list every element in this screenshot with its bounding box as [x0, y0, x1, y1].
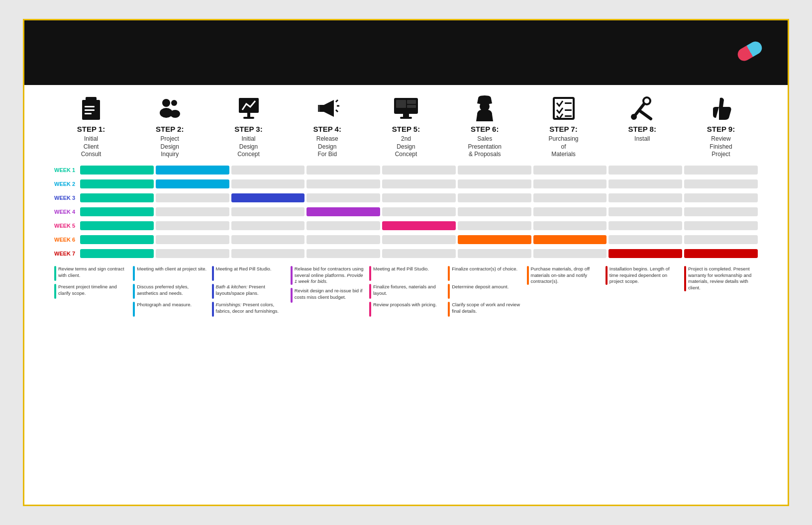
notes-section: Review terms and sign contract with clie…: [54, 266, 758, 320]
note-text: Bath & kitchen: Present layouts/space pl…: [216, 284, 286, 299]
step-desc-2: ProjectDesignInquiry: [161, 135, 179, 159]
note-bar-icon: [448, 302, 450, 317]
note-bar-icon: [291, 266, 293, 285]
note-block-2-2: Discuss preferred styles, aesthetics and…: [133, 284, 206, 299]
note-col-9: Project is completed. Present warranty f…: [684, 266, 758, 320]
gantt-cell-w6-s9: [684, 235, 758, 244]
gantt-cell-w5-s1: [80, 221, 154, 230]
note-block-1-2: Present project timeline and clarify sco…: [54, 284, 128, 299]
gantt-cell-w1-s5: [382, 166, 456, 175]
note-text: Finalize fixtures, naterials and layout.: [373, 284, 443, 299]
step-label-8: STEP 8:: [628, 125, 656, 133]
gantt-cell-w4-s8: [609, 207, 682, 216]
slide: STEP 1:InitialClientConsultSTEP 2:Projec…: [23, 19, 789, 506]
note-bar-icon: [54, 284, 56, 299]
note-bar-icon: [448, 266, 450, 281]
gantt-cell-w4-s6: [458, 207, 531, 216]
step-col-6: STEP 6:SalesPresentation& Proposals: [448, 95, 521, 159]
week-label-3: WEEK 3: [54, 195, 80, 201]
steps-row: STEP 1:InitialClientConsultSTEP 2:Projec…: [54, 95, 758, 159]
note-text: Meeting with client at project site.: [137, 266, 206, 281]
svg-point-33: [631, 114, 637, 120]
gantt-cell-w4-s3: [231, 207, 305, 216]
gantt-cell-w1-s4: [306, 166, 380, 175]
gantt-cell-w5-s5: [382, 221, 456, 230]
step-label-2: STEP 2:: [156, 125, 184, 133]
gantt-cell-w5-s7: [533, 221, 607, 230]
note-block-2-1: Meeting with client at project site.: [133, 266, 206, 281]
svg-point-31: [644, 98, 649, 103]
gantt-cell-w5-s9: [684, 221, 758, 230]
note-bar-icon: [212, 284, 214, 299]
gantt-cell-w6-s7: [533, 235, 607, 244]
note-bar-icon: [133, 266, 135, 281]
svg-marker-12: [318, 100, 334, 117]
gantt-cell-w3-s3: [231, 193, 305, 202]
step-icon-5: [393, 95, 419, 122]
note-text: Determine deposit amount.: [452, 284, 521, 299]
note-block-5-2: Finalize fixtures, naterials and layout.: [369, 284, 443, 299]
note-block-6-3: Clarify scope of work and review final d…: [448, 302, 521, 317]
week-label-7: WEEK 7: [54, 251, 80, 257]
gantt-cell-w5-s6: [458, 221, 531, 230]
note-bar-icon: [133, 284, 135, 299]
svg-rect-11: [243, 117, 254, 119]
svg-rect-2: [85, 106, 95, 107]
step-label-7: STEP 7:: [549, 125, 577, 133]
note-text: Meeting at Red Pill Studio.: [373, 266, 443, 281]
gantt-cells-week-4: [80, 207, 758, 216]
gantt-cell-w3-s1: [80, 193, 154, 202]
note-block-3-3: Furnishings: Present colors, fabrics, de…: [212, 302, 286, 317]
svg-rect-3: [85, 109, 95, 111]
gantt-cells-week-1: [80, 166, 758, 175]
note-bar-icon: [448, 284, 450, 299]
gantt-cell-w2-s8: [609, 179, 682, 188]
step-col-7: STEP 7:PurchasingofMaterials: [527, 95, 601, 159]
gantt-cell-w7-s4: [306, 249, 380, 258]
note-block-2-3: Photograph and measure.: [133, 302, 206, 317]
gantt-row-week-1: WEEK 1: [54, 164, 758, 176]
week-label-4: WEEK 4: [54, 209, 80, 215]
step-col-9: STEP 9:ReviewFinishedProject: [684, 95, 758, 159]
step-label-1: STEP 1:: [77, 125, 105, 133]
note-bar-icon: [369, 302, 371, 317]
gantt-cells-week-3: [80, 193, 758, 202]
step-desc-6: SalesPresentation& Proposals: [468, 135, 502, 159]
step-label-4: STEP 4:: [313, 125, 341, 133]
gantt-cell-w2-s2: [156, 179, 229, 188]
note-text: Purchase materials, drop off materials o…: [531, 266, 601, 285]
svg-line-16: [336, 110, 338, 112]
gantt-cell-w4-s9: [684, 207, 758, 216]
gantt-cell-w1-s1: [80, 166, 154, 175]
gantt-cell-w1-s2: [156, 166, 229, 175]
gantt-cell-w3-s6: [458, 193, 531, 202]
note-block-6-1: Finalize contractor(s) of choice.: [448, 266, 521, 281]
gantt-cell-w6-s4: [306, 235, 380, 244]
step-desc-5: 2ndDesignConcept: [395, 135, 417, 159]
note-block-5-3: Review proposals with pricing.: [369, 302, 443, 317]
svg-rect-1: [86, 97, 97, 102]
gantt-cell-w2-s4: [306, 179, 380, 188]
step-icon-4: [315, 95, 340, 122]
gantt-cell-w1-s6: [458, 166, 531, 175]
step-desc-3: InitialDesignConcept: [237, 135, 260, 159]
svg-rect-27: [565, 109, 572, 111]
gantt-cell-w7-s1: [80, 249, 154, 258]
step-icon-2: [157, 95, 182, 122]
note-text: Furnishings: Present colors, fabrics, de…: [216, 302, 286, 317]
step-col-5: STEP 5:2ndDesignConcept: [369, 95, 443, 159]
svg-rect-10: [247, 113, 250, 117]
gantt-cell-w2-s7: [533, 179, 607, 188]
svg-line-14: [336, 100, 338, 102]
svg-line-32: [640, 111, 651, 119]
gantt-cell-w1-s3: [231, 166, 305, 175]
gantt-cell-w6-s2: [156, 235, 229, 244]
svg-rect-21: [407, 100, 416, 104]
step-col-3: STEP 3:InitialDesignConcept: [212, 95, 286, 159]
logo-pill-icon: [735, 39, 764, 64]
step-label-5: STEP 5:: [392, 125, 420, 133]
gantt-cells-week-7: [80, 249, 758, 258]
gantt-cell-w1-s8: [609, 166, 682, 175]
step-label-6: STEP 6:: [471, 125, 499, 133]
gantt-cells-week-6: [80, 235, 758, 244]
